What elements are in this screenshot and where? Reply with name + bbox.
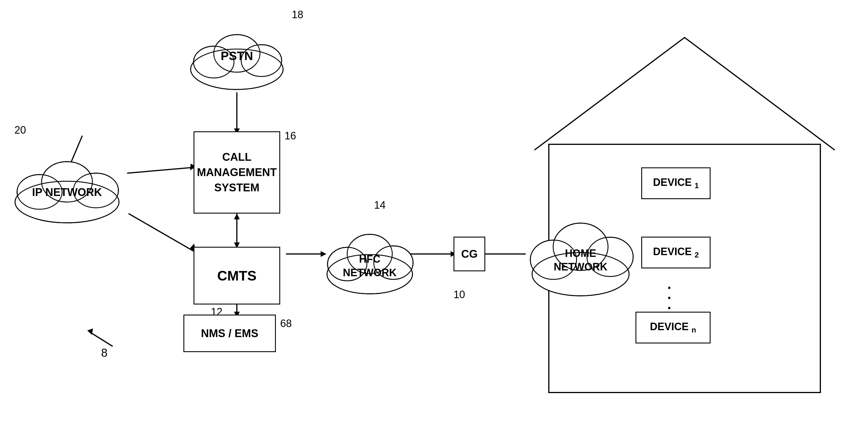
device2-label: DEVICE 2	[653, 246, 699, 260]
pstn-cloud: PSTN	[185, 11, 289, 92]
cg-label: CG	[461, 248, 478, 260]
svg-line-7	[128, 213, 193, 251]
svg-marker-23	[87, 329, 93, 335]
device2-box: DEVICE 2	[641, 237, 711, 268]
svg-marker-4	[234, 213, 240, 219]
ip-network-label: IP NETWORK	[9, 186, 125, 199]
ellipsis-dots: ···	[667, 283, 671, 313]
call-management-label: CALLMANAGEMENTSYSTEM	[197, 149, 277, 196]
pstn-label: PSTN	[185, 49, 289, 63]
devicen-label: DEVICE n	[650, 320, 696, 335]
cg-ref: 10	[454, 289, 465, 301]
device1-label: DEVICE 1	[653, 176, 699, 190]
cms-ref: 16	[284, 130, 296, 142]
nms-ems-ref: 68	[280, 317, 292, 330]
ip-network-ref: 20	[14, 124, 26, 136]
svg-line-22	[90, 332, 113, 346]
home-network-label: HOMENETWORK	[526, 247, 636, 274]
cg-box: CG	[454, 237, 485, 271]
ip-network-cloud: IP NETWORK	[9, 136, 125, 225]
hfc-network-label: HFCNETWORK	[323, 252, 416, 280]
home-network-cloud: HOMENETWORK	[526, 191, 636, 300]
call-management-box: CALLMANAGEMENTSYSTEM	[193, 131, 280, 213]
cmts-box: CMTS	[193, 247, 280, 304]
pstn-ref: 18	[292, 9, 303, 21]
nms-ems-box: NMS / EMS	[183, 314, 276, 352]
nms-ems-label: NMS / EMS	[201, 327, 258, 340]
hfc-ref: 14	[374, 199, 385, 211]
device1-box: DEVICE 1	[641, 167, 711, 199]
hfc-network-cloud: HFCNETWORK	[323, 208, 416, 297]
diagram-container: PSTN 18 CALLMANAGEMENTSYSTEM 16 IP NETWO…	[0, 0, 868, 441]
svg-line-5	[127, 167, 193, 173]
cmts-label: CMTS	[217, 268, 256, 284]
ref-8: 8	[101, 346, 107, 359]
devicen-box: DEVICE n	[636, 312, 711, 343]
